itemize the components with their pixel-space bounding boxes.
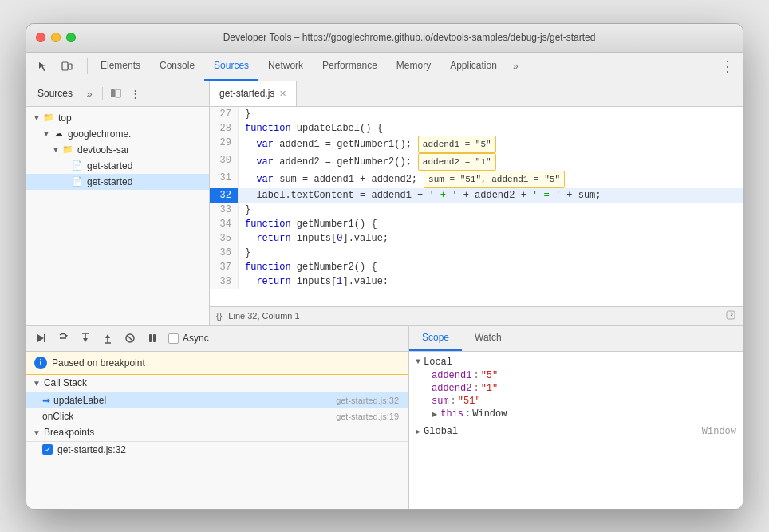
svg-rect-3: [116, 89, 120, 97]
async-checkbox-label: Async: [168, 333, 209, 344]
svg-marker-14: [105, 334, 110, 338]
inspect-icon[interactable]: [33, 56, 53, 77]
code-area[interactable]: 27 } 28 function updateLabel() { 29 var …: [210, 107, 743, 306]
toolbar-icons: [26, 56, 84, 77]
code-line-38: 38 return inputs[1].value:: [210, 274, 743, 289]
svg-rect-2: [111, 89, 115, 97]
debug-toolbar: Async: [26, 326, 408, 352]
deactivate-breakpoints-button[interactable]: [120, 329, 140, 348]
line-col-status: Line 32, Column 1: [228, 311, 299, 321]
file-tree: ▼ 📁 top ▼ ☁ googlechrome. ▼ 📁 devtools-s…: [26, 107, 209, 325]
resume-button[interactable]: [31, 329, 50, 348]
tree-folder[interactable]: ▼ 📁 devtools-sar: [26, 142, 209, 158]
step-over-button[interactable]: [53, 329, 73, 348]
tab-console[interactable]: Console: [150, 53, 204, 81]
bottom-section: Async i Paused on breakpoint ▼ Call Stac…: [26, 325, 743, 509]
global-scope-item[interactable]: ▶ Global Window: [409, 424, 743, 439]
code-line-27: 27 }: [210, 107, 743, 121]
code-line-28: 28 function updateLabel() {: [210, 121, 743, 136]
tree-file1[interactable]: ▶ 📄 get-started: [26, 158, 209, 174]
code-line-35: 35 return inputs[0].value;: [210, 231, 743, 246]
minimize-button[interactable]: [51, 33, 61, 42]
breakpoints-header[interactable]: ▼ Breakpoints: [26, 424, 408, 442]
panel-sep: [102, 87, 103, 100]
pause-on-exceptions-button[interactable]: [143, 329, 162, 348]
code-line-29: 29 var addend1 = getNumber1();addend1 = …: [210, 136, 743, 153]
tab-overflow-button[interactable]: »: [507, 61, 525, 72]
tab-memory[interactable]: Memory: [387, 53, 440, 81]
call-stack-arrow: ▼: [33, 379, 41, 388]
scope-item-sum[interactable]: sum : "51": [409, 395, 743, 408]
panel-toolbar: Sources » ⋮: [26, 81, 209, 107]
svg-rect-4: [727, 311, 735, 319]
debug-sections: ▼ Call Stack ➡ updateLabel get-started.j…: [26, 375, 408, 509]
code-file-tab[interactable]: get-started.js ✕: [210, 81, 297, 106]
device-toolbar-icon[interactable]: [57, 56, 77, 77]
tab-elements[interactable]: Elements: [91, 53, 150, 81]
svg-marker-11: [83, 338, 88, 342]
tab-close-button[interactable]: ✕: [279, 89, 286, 99]
svg-rect-1: [69, 64, 72, 69]
breakpoint-item-0[interactable]: ✓ get-started.js:32: [26, 442, 408, 458]
info-icon: i: [34, 357, 47, 369]
right-panel: get-started.js ✕ 27 } 28 function update…: [210, 81, 743, 325]
code-line-34: 34 function getNumber1() {: [210, 217, 743, 231]
traffic-lights: [36, 33, 76, 42]
tree-domain[interactable]: ▼ ☁ googlechrome.: [26, 126, 209, 142]
sidebar-toggle-icon[interactable]: [107, 85, 124, 102]
scope-item-addend1[interactable]: addend1 : "5": [409, 369, 743, 382]
breakpoint-checkbox-0[interactable]: ✓: [42, 444, 53, 455]
status-bar: {} Line 32, Column 1: [210, 306, 743, 325]
call-stack-name-1: onClick: [42, 411, 73, 422]
call-stack-header[interactable]: ▼ Call Stack: [26, 375, 408, 392]
more-tabs-icon[interactable]: »: [81, 85, 98, 102]
call-stack-item-1[interactable]: onClick get-started.js:19: [26, 408, 408, 424]
svg-rect-0: [62, 62, 68, 70]
tab-scope[interactable]: Scope: [409, 326, 462, 351]
main-toolbar: Elements Console Sources Network Perform…: [26, 53, 743, 81]
tab-network[interactable]: Network: [258, 53, 313, 81]
svg-rect-6: [44, 334, 45, 342]
breakpoint-banner: i Paused on breakpoint: [26, 352, 408, 375]
main-tab-bar: Elements Console Sources Network Perform…: [91, 53, 712, 81]
global-arrow[interactable]: ▶: [416, 427, 420, 436]
scope-panel: Scope Watch ▼ Local addend1 : "5": [409, 326, 743, 509]
code-line-37: 37 function getNumber2() {: [210, 260, 743, 274]
local-arrow: ▼: [416, 357, 420, 366]
scope-item-addend2[interactable]: addend2 : "1": [409, 382, 743, 395]
tab-sources[interactable]: Sources: [204, 53, 258, 81]
async-checkbox[interactable]: [168, 333, 179, 344]
svg-rect-19: [153, 334, 156, 342]
call-stack-item-0[interactable]: ➡ updateLabel get-started.js:32: [26, 392, 408, 408]
close-button[interactable]: [36, 33, 45, 42]
tab-performance[interactable]: Performance: [313, 53, 387, 81]
this-expand-arrow[interactable]: ▶: [432, 408, 437, 420]
svg-rect-18: [149, 334, 152, 342]
local-group-header[interactable]: ▼ Local: [409, 355, 743, 369]
scope-item-this[interactable]: ▶ this : Window: [409, 408, 743, 421]
devtools-menu-button[interactable]: ⋮: [712, 53, 743, 81]
tree-top[interactable]: ▼ 📁 top: [26, 110, 209, 126]
tab-watch[interactable]: Watch: [462, 326, 515, 351]
call-stack-name-0: ➡ updateLabel: [42, 395, 106, 406]
code-line-32: 32 label.textContent = addend1 + ' + ' +…: [210, 188, 743, 203]
scope-content: ▼ Local addend1 : "5" addend2 : "1" su: [409, 352, 743, 509]
debug-panel: Async i Paused on breakpoint ▼ Call Stac…: [26, 326, 409, 509]
title-bar: Developer Tools – https://googlechrome.g…: [26, 24, 743, 53]
more-options-icon[interactable]: ⋮: [126, 85, 144, 102]
step-out-button[interactable]: [98, 329, 117, 348]
svg-line-17: [127, 335, 133, 341]
code-line-31: 31 var sum = addend1 + addend2;sum = "51…: [210, 171, 743, 188]
sources-panel-tab: Sources: [31, 86, 79, 100]
svg-marker-9: [60, 337, 61, 340]
tab-application[interactable]: Application: [440, 53, 507, 81]
svg-marker-5: [37, 334, 44, 342]
call-stack-arrow-right-0: ➡: [42, 395, 50, 406]
step-into-button[interactable]: [76, 329, 95, 348]
format-icon[interactable]: {}: [216, 311, 222, 321]
svg-marker-7: [65, 335, 68, 337]
devtools-body: Sources » ⋮ ▼ 📁 top ▼: [26, 81, 743, 325]
devtools-window: Developer Tools – https://googlechrome.g…: [26, 23, 743, 510]
maximize-button[interactable]: [66, 33, 76, 42]
tree-file2[interactable]: ▶ 📄 get-started: [26, 174, 209, 190]
